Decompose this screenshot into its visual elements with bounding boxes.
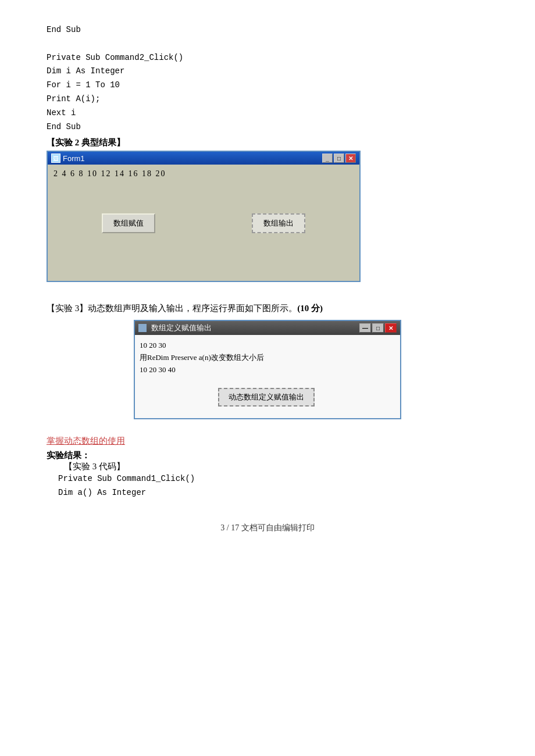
exp3-code-line2: Dim a() As Integer bbox=[58, 486, 488, 500]
exp3-win-controls[interactable]: — □ ✕ bbox=[359, 323, 397, 333]
exp2-buttons-row: 数组赋值 数组输出 bbox=[54, 213, 354, 233]
code-line-end-sub-1: End Sub bbox=[47, 23, 488, 37]
exp2-titlebar: 🖼 Form1 _ □ ✕ bbox=[48, 152, 359, 165]
exp2-win-body: 2 4 6 8 10 12 14 16 18 20 数组赋值 数组输出 bbox=[48, 165, 359, 281]
exp2-output-button[interactable]: 数组输出 bbox=[252, 213, 305, 233]
exp2-window-title: Form1 bbox=[63, 154, 85, 163]
exp2-titlebar-left: 🖼 Form1 bbox=[51, 154, 85, 163]
footer-text: 3 / 17 文档可自由编辑打印 bbox=[220, 523, 314, 532]
code-block-1: End Sub Private Sub Command2_Click() Dim… bbox=[47, 23, 488, 134]
exp3-window-icon bbox=[138, 324, 147, 332]
code-line-next: Next i bbox=[47, 106, 488, 120]
exp2-maximize-button[interactable]: □ bbox=[334, 154, 344, 163]
code-line-for: For i = 1 To 10 bbox=[47, 79, 488, 92]
exp3-output-line3: 10 20 30 40 bbox=[140, 364, 393, 376]
exp2-win-controls[interactable]: _ □ ✕ bbox=[322, 154, 356, 163]
exp2-window-icon: 🖼 bbox=[51, 154, 60, 163]
exp3-output-line2: 用ReDim Preserve a(n)改变数组大小后 bbox=[140, 352, 393, 364]
result-bold-label: 实验结果： bbox=[47, 451, 90, 460]
exp2-window: 🖼 Form1 _ □ ✕ 2 4 6 8 10 12 14 16 18 20 … bbox=[47, 151, 361, 282]
exp3-code-block: Private Sub Command1_Click() Dim a() As … bbox=[58, 472, 488, 500]
exp2-assign-button[interactable]: 数组赋值 bbox=[102, 213, 155, 233]
exp3-window-container: 数组定义赋值输出 — □ ✕ 10 20 30 用ReDim Preserve … bbox=[47, 320, 488, 428]
code-line-blank-1 bbox=[47, 37, 488, 51]
exp3-minimize-button[interactable]: — bbox=[359, 323, 371, 333]
exp3-code-label: 【实验 3 代码】 bbox=[64, 461, 488, 472]
page-footer: 3 / 17 文档可自由编辑打印 bbox=[47, 523, 488, 533]
exp3-code-bracket: 【实验 3 代码】 bbox=[64, 462, 125, 471]
exp2-window-container: 🖼 Form1 _ □ ✕ 2 4 6 8 10 12 14 16 18 20 … bbox=[47, 151, 488, 294]
exp3-buttons-row: 动态数组定义赋值输出 bbox=[140, 388, 393, 406]
exp3-win-body: 10 20 30 用ReDim Preserve a(n)改变数组大小后 10 … bbox=[135, 335, 400, 418]
exp3-code-line1: Private Sub Command1_Click() bbox=[58, 472, 488, 486]
exp3-window-title: 数组定义赋值输出 bbox=[151, 323, 212, 333]
code-line-print: Print A(i); bbox=[47, 92, 488, 106]
code-line-private-sub: Private Sub Command2_Click() bbox=[47, 51, 488, 65]
exp2-label: 【实验 2 典型结果】 bbox=[47, 137, 488, 148]
exp2-output-numbers: 2 4 6 8 10 12 14 16 18 20 bbox=[54, 169, 354, 179]
exp3-section: 【实验 3】动态数组声明及输入输出，程序运行界面如下图所示。(10 分) 数组定… bbox=[47, 303, 488, 500]
exp3-window: 数组定义赋值输出 — □ ✕ 10 20 30 用ReDim Preserve … bbox=[134, 320, 401, 419]
exp2-close-button[interactable]: ✕ bbox=[345, 154, 356, 163]
exp3-dynamic-button[interactable]: 动态数组定义赋值输出 bbox=[218, 388, 315, 406]
exp3-link[interactable]: 掌握动态数组的使用 bbox=[47, 436, 488, 447]
exp3-titlebar-left: 数组定义赋值输出 bbox=[138, 323, 212, 333]
exp3-score: (10 分) bbox=[297, 304, 323, 313]
result-label: 实验结果： bbox=[47, 450, 488, 461]
exp3-close-button[interactable]: ✕ bbox=[385, 323, 397, 333]
exp3-titlebar: 数组定义赋值输出 — □ ✕ bbox=[135, 321, 400, 335]
exp2-minimize-button[interactable]: _ bbox=[322, 154, 333, 163]
exp3-intro: 【实验 3】动态数组声明及输入输出，程序运行界面如下图所示。(10 分) bbox=[47, 303, 488, 314]
exp3-output-line1: 10 20 30 bbox=[140, 340, 393, 352]
exp3-label: 【实验 3】动态数组声明及输入输出，程序运行界面如下图所示。 bbox=[47, 304, 297, 313]
exp3-maximize-button[interactable]: □ bbox=[372, 323, 384, 333]
code-line-dim-i: Dim i As Integer bbox=[47, 65, 488, 79]
code-line-end-sub-2: End Sub bbox=[47, 120, 488, 134]
